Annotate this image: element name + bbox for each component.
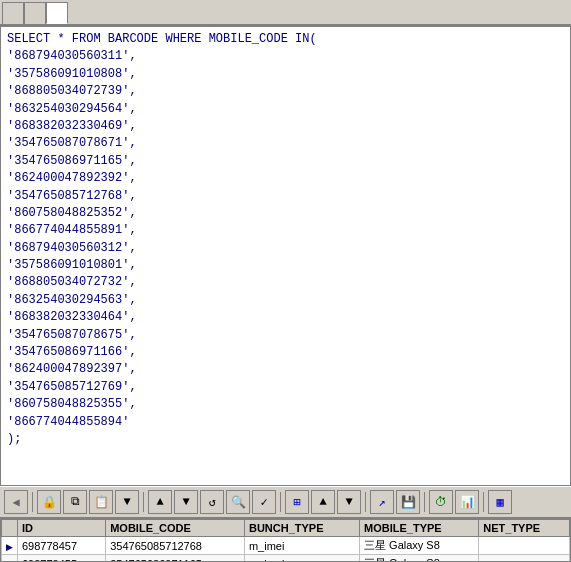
sql-editor[interactable]: SELECT * FROM BARCODE WHERE MOBILE_CODE …	[0, 26, 571, 486]
cell-bunch_type: m_imei	[244, 555, 359, 562]
cell-net_type	[479, 537, 570, 555]
lock-button[interactable]: 🔒	[37, 490, 61, 514]
paste-icon: 📋	[94, 495, 109, 510]
cell-net_type	[479, 555, 570, 562]
search-button[interactable]: 🔍	[226, 490, 250, 514]
refresh-button[interactable]: ↺	[200, 490, 224, 514]
toolbar: ◀ 🔒 ⧉ 📋 ▼ ▲ ▼ ↺ 🔍 ✓ ⊞ ▲ ▼ ↗ 💾 ⏱	[0, 486, 571, 518]
copy-icon: ⧉	[71, 495, 80, 509]
tab-sql[interactable]	[2, 2, 24, 24]
filter-up-button[interactable]: ▲	[148, 490, 172, 514]
results-table: ID MOBILE_CODE BUNCH_TYPE MOBILE_TYPE NE…	[1, 519, 570, 561]
tab-output[interactable]	[24, 2, 46, 24]
toolbar-separator-2	[143, 492, 144, 512]
chevron-down-icon: ▼	[123, 495, 130, 509]
row-indicator: ▶	[2, 537, 18, 555]
table-row[interactable]: 698778455354765086971165m_imei三星 Galaxy …	[2, 555, 570, 562]
toolbar-separator-3	[280, 492, 281, 512]
sort-desc-button[interactable]: ▼	[337, 490, 361, 514]
col-header-mobile-code[interactable]: MOBILE_CODE	[106, 520, 245, 537]
cell-id: 698778455	[18, 555, 106, 562]
grid-icon: ⊞	[293, 495, 300, 510]
check-icon: ✓	[260, 495, 267, 510]
paste-button[interactable]: 📋	[89, 490, 113, 514]
filter-up-icon: ▲	[156, 495, 163, 509]
results-wrapper[interactable]: ID MOBILE_CODE BUNCH_TYPE MOBILE_TYPE NE…	[1, 519, 570, 561]
chart-icon: 📊	[460, 495, 475, 510]
export-button[interactable]: ↗	[370, 490, 394, 514]
export-icon: ↗	[378, 495, 385, 510]
row-arrow-icon: ▶	[6, 542, 13, 552]
table-row[interactable]: ▶698778457354765085712768m_imei三星 Galaxy…	[2, 537, 570, 555]
lock-icon: 🔒	[42, 495, 57, 510]
copy-button[interactable]: ⧉	[63, 490, 87, 514]
results-area: ID MOBILE_CODE BUNCH_TYPE MOBILE_TYPE NE…	[0, 518, 571, 562]
nav-prev-button[interactable]: ◀	[4, 490, 28, 514]
cell-mobile_type: 三星 Galaxy S8	[360, 537, 479, 555]
timer-button[interactable]: ⏱	[429, 490, 453, 514]
table-header-row: ID MOBILE_CODE BUNCH_TYPE MOBILE_TYPE NE…	[2, 520, 570, 537]
nav-prev-icon: ◀	[12, 495, 19, 510]
filter-down-button[interactable]: ▼	[174, 490, 198, 514]
tab-bar	[0, 0, 571, 26]
more-button[interactable]: ▼	[115, 490, 139, 514]
col-header-bunch-type[interactable]: BUNCH_TYPE	[244, 520, 359, 537]
sort-desc-icon: ▼	[345, 495, 352, 509]
refresh-icon: ↺	[208, 495, 215, 510]
cell-mobile_type: 三星 Galaxy S8	[360, 555, 479, 562]
chart-button[interactable]: 📊	[455, 490, 479, 514]
save-icon: 💾	[401, 495, 416, 510]
col-header-net-type[interactable]: NET_TYPE	[479, 520, 570, 537]
timer-icon: ⏱	[435, 495, 447, 510]
cell-id: 698778457	[18, 537, 106, 555]
sort-asc-icon: ▲	[319, 495, 326, 509]
sort-asc-button[interactable]: ▲	[311, 490, 335, 514]
cell-mobile_code: 354765085712768	[106, 537, 245, 555]
tab-statistics[interactable]	[46, 2, 68, 24]
col-header-indicator	[2, 520, 18, 537]
toolbar-separator-5	[424, 492, 425, 512]
save-button[interactable]: 💾	[396, 490, 420, 514]
apply-button[interactable]: ✓	[252, 490, 276, 514]
col-header-id[interactable]: ID	[18, 520, 106, 537]
toolbar-separator-4	[365, 492, 366, 512]
search-icon: 🔍	[231, 495, 246, 510]
col-header-mobile-type[interactable]: MOBILE_TYPE	[360, 520, 479, 537]
table-view-button[interactable]: ▦	[488, 490, 512, 514]
toolbar-separator-6	[483, 492, 484, 512]
cell-bunch_type: m_imei	[244, 537, 359, 555]
grid-button[interactable]: ⊞	[285, 490, 309, 514]
toolbar-separator-1	[32, 492, 33, 512]
table-view-icon: ▦	[496, 495, 503, 510]
row-indicator	[2, 555, 18, 562]
cell-mobile_code: 354765086971165	[106, 555, 245, 562]
filter-down-icon: ▼	[182, 495, 189, 509]
